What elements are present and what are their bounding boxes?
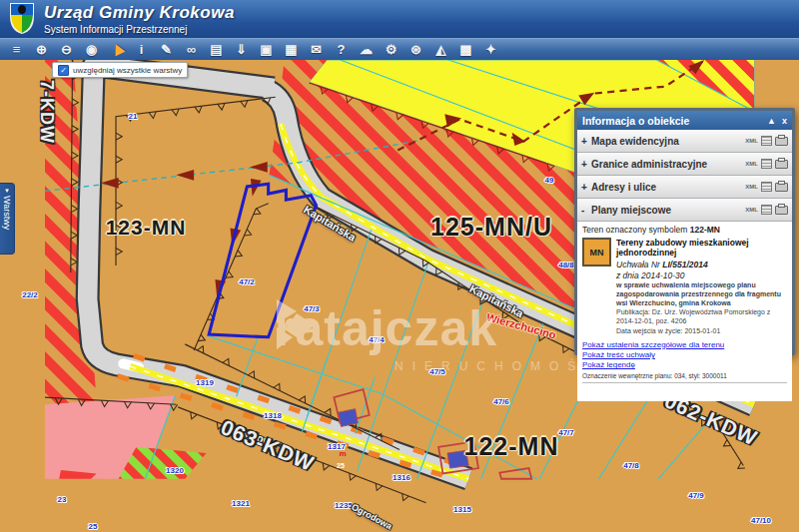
list-icon[interactable] [761, 205, 772, 215]
legend-icon[interactable]: ▩ [453, 40, 478, 60]
expand-icon[interactable]: + [581, 136, 591, 147]
printer-icon[interactable] [775, 183, 788, 192]
printer-icon[interactable] [775, 206, 788, 215]
expand-icon[interactable]: + [581, 182, 591, 193]
list-icon[interactable] [761, 136, 772, 146]
zoom-in-icon[interactable]: ⊕ [29, 40, 54, 60]
panel-sections: +Mapa ewidencyjnaXML+Granice administrac… [577, 130, 792, 222]
main-toolbar: ≡⊕⊖◉▶i✎∞▤⇓▣▦✉?☁⚙⊛◭▩✦ [0, 38, 799, 60]
plan-link-2[interactable]: Pokaż legendę [582, 360, 787, 370]
plan-symbol-line: Teren oznaczony symbolem 122-MN [582, 225, 787, 235]
info-section-2[interactable]: +Adresy i uliceXML [577, 176, 792, 199]
plan-subject: w sprawie uchwalenia miejscowego planu z… [616, 281, 787, 307]
xml-icon[interactable]: XML [745, 184, 758, 190]
plan-resolution-number: LI/551/2014 [662, 260, 707, 269]
zoom-out-icon[interactable]: ⊖ [54, 40, 79, 60]
plan-symbol-value: 122-MN [690, 225, 720, 235]
copy-icon[interactable]: ▣ [254, 40, 279, 60]
expand-icon[interactable]: - [581, 205, 591, 216]
minimize-icon[interactable]: ▲ [767, 116, 776, 126]
list-icon[interactable] [761, 182, 772, 192]
printer-icon[interactable] [775, 160, 788, 169]
info-section-1[interactable]: +Granice administracyjneXML [577, 153, 792, 176]
link-icon[interactable]: ∞ [179, 40, 204, 60]
close-icon[interactable]: x [782, 116, 787, 126]
export-cloud-icon[interactable]: ☁ [354, 40, 379, 60]
xml-icon[interactable]: XML [745, 207, 758, 213]
expand-icon[interactable]: + [581, 159, 591, 170]
map-viewport[interactable]: 123-MN125-MN/U122-MN2122/247/247/347/447… [0, 60, 799, 532]
printer-icon[interactable] [775, 137, 788, 146]
comment-icon[interactable]: ✉ [304, 40, 329, 60]
north-arrow-icon[interactable]: ◭ [428, 40, 453, 60]
info-section-label: Granice administracyjne [591, 159, 745, 170]
help-icon[interactable]: ? [329, 40, 354, 60]
plan-link-0[interactable]: Pokaż ustalenia szczegółowe dla terenu [582, 340, 787, 350]
gis-application: Urząd Gminy Krokowa System Informacji Pr… [0, 0, 799, 532]
layers-panel-tab-label: Warstwy [2, 196, 12, 230]
select-area-icon[interactable]: ◉ [79, 40, 104, 60]
pointer-icon[interactable]: ▶ [104, 40, 129, 60]
info-section-label: Adresy i ulice [591, 182, 745, 193]
object-info-panel: Informacja o obiekcie ▲ x +Mapa ewidency… [574, 108, 795, 355]
layers-icon[interactable]: ≡ [4, 40, 29, 60]
plan-date: z dnia 2014-10-30 [616, 270, 787, 280]
plan-resolution-label: Uchwała Nr [616, 260, 660, 269]
chevron-down-icon: ▼ [4, 188, 10, 194]
xml-icon[interactable]: XML [745, 161, 758, 167]
list-icon[interactable] [761, 159, 772, 169]
plan-link-1[interactable]: Pokaż treść uchwały [582, 350, 787, 360]
settings-icon[interactable]: ⚙ [379, 40, 403, 60]
panel-footer-space [582, 382, 787, 401]
object-info-panel-header[interactable]: Informacja o obiekcie ▲ x [577, 111, 792, 130]
app-subtitle: System Informacji Przestrzennej [44, 24, 235, 35]
info-section-label: Plany miejscowe [591, 205, 745, 216]
plan-publication: Publikacja: Dz. Urz. Województwa Pomorsk… [616, 308, 787, 326]
coat-of-arms [9, 2, 35, 35]
panel-title: Informacja o obiekcie [582, 115, 761, 127]
layout-icon[interactable]: ▦ [279, 40, 304, 60]
info-section-0[interactable]: +Mapa ewidencyjnaXML [577, 130, 792, 153]
plan-internal-id: Oznaczenie wewnętrzne planu: 034, styl: … [582, 372, 787, 379]
plan-swatch-label: MN [590, 248, 604, 258]
plan-resolution: Uchwała Nr LI/551/2014 [616, 260, 787, 269]
identify-icon[interactable]: i [129, 40, 154, 60]
share-icon[interactable]: ✦ [478, 40, 503, 60]
layers-panel-tab[interactable]: ▼ Warstwy [0, 183, 15, 255]
plan-land-use: Tereny zabudowy mieszkaniowej jednorodzi… [616, 238, 787, 258]
info-section-3[interactable]: -Plany miejscoweXML [577, 199, 792, 222]
info-section-label: Mapa ewidencyjna [591, 136, 745, 147]
app-header: Urząd Gminy Krokowa System Informacji Pr… [0, 0, 799, 38]
all-layers-toggle-label: uwzględniaj wszystkie warstwy [73, 66, 182, 75]
plan-symbol-intro: Teren oznaczony symbolem [582, 225, 687, 235]
print-icon[interactable]: ▤ [204, 40, 229, 60]
plan-effective-date: Data wejścia w życie: 2015-01-01 [616, 327, 787, 336]
all-layers-toggle[interactable]: ✓ uwzględniaj wszystkie warstwy [52, 62, 188, 78]
plan-links: Pokaż ustalenia szczegółowe dla terenuPo… [582, 340, 787, 371]
checkbox-checked-icon[interactable]: ✓ [58, 65, 69, 76]
plan-details: Teren oznaczony symbolem 122-MN MN Teren… [577, 222, 792, 401]
xml-icon[interactable]: XML [745, 138, 758, 144]
search-icon[interactable]: ⊛ [403, 40, 428, 60]
app-title: Urząd Gminy Krokowa [44, 3, 235, 23]
measure-icon[interactable]: ✎ [154, 40, 179, 60]
download-icon[interactable]: ⇓ [229, 40, 254, 60]
plan-symbol-swatch: MN [582, 238, 611, 266]
